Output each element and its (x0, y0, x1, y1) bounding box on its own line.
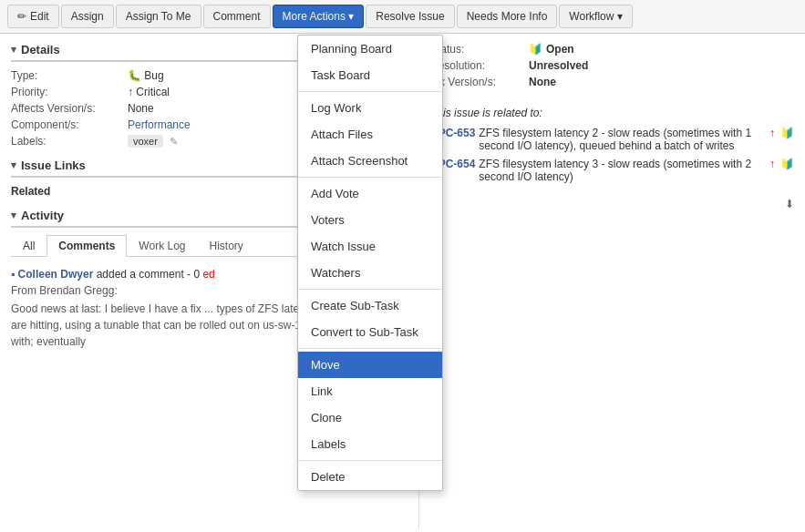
dropdown-item-log-work[interactable]: Log Work (298, 95, 442, 121)
fix-label: Fix Version/s: (430, 76, 521, 88)
priority-label: Priority: (11, 86, 120, 98)
more-actions-button[interactable]: More Actions ▾ (273, 5, 365, 28)
issue-link-text: ZFS filesystem latency 3 - slow reads (s… (479, 158, 762, 183)
tab-history[interactable]: History (198, 235, 255, 256)
label-tag: voxer (128, 135, 163, 148)
dropdown-item-link[interactable]: Link (298, 378, 442, 404)
issue-link-text: ZFS filesystem latency 2 - slow reads (s… (479, 127, 762, 152)
dropdown-divider (298, 348, 442, 349)
details-title: Details (21, 43, 60, 56)
dropdown-divider (298, 289, 442, 290)
dropdown-item-clone[interactable]: Clone (298, 404, 442, 431)
comment-tag: ed (202, 268, 214, 281)
dropdown-divider (298, 460, 442, 461)
tab-all[interactable]: All (11, 235, 46, 256)
assign-to-me-button[interactable]: Assign To Me (116, 5, 201, 28)
dropdown-item-attach-screenshot[interactable]: Attach Screenshot (298, 148, 442, 174)
activity-arrow-icon: ▾ (11, 210, 16, 221)
dropdown-item-create-sub-task[interactable]: Create Sub-Task (298, 292, 442, 319)
activity-right-actions: ⬇ (430, 198, 794, 210)
comment-button[interactable]: Comment (203, 5, 271, 28)
dropdown-item-convert-to-sub-task[interactable]: Convert to Sub-Task (298, 319, 442, 345)
labels-label: Labels: (11, 135, 120, 148)
priority-icon: ↑ (128, 86, 133, 98)
issue-links-arrow-icon: ▾ (11, 159, 16, 171)
comment-author[interactable]: Colleen Dwyer (18, 268, 94, 281)
type-label: Type: (11, 69, 120, 82)
edit-label-icon[interactable]: ✎ (170, 136, 178, 147)
tab-comments[interactable]: Comments (46, 235, 127, 257)
status-icon: 🔰 (780, 127, 794, 139)
dropdown-item-attach-files[interactable]: Attach Files (298, 121, 442, 148)
dropdown-item-watchers[interactable]: Watchers (298, 260, 442, 286)
status-value: 🔰 Open (529, 43, 794, 56)
comment-avatar: ▪ (11, 268, 15, 281)
details-arrow-icon: ▾ (11, 44, 16, 56)
assign-button[interactable]: Assign (61, 5, 114, 28)
dropdown-item-task-board[interactable]: Task Board (298, 62, 442, 88)
dropdown-divider (298, 91, 442, 92)
issue-link-item: UPC-654 ZFS filesystem latency 3 - slow … (430, 158, 794, 183)
related-desc-text: This issue is related to: (430, 107, 542, 119)
dropdown-item-add-vote[interactable]: Add Vote (298, 180, 442, 207)
tab-work-log[interactable]: Work Log (127, 235, 197, 256)
toolbar: ✏ Edit Assign Assign To Me Comment More … (0, 0, 805, 34)
status-label: Status: (430, 43, 521, 56)
comment-action: added a comment - 0 (97, 268, 200, 281)
dropdown-divider (298, 177, 442, 178)
related-description: This issue is related to: (430, 107, 794, 119)
priority-icon: ↑ (769, 127, 775, 139)
fix-value: None (529, 76, 794, 88)
needs-more-info-button[interactable]: Needs More Info (457, 5, 558, 28)
edit-button[interactable]: ✏ Edit (7, 5, 59, 28)
edit-icon: ✏ (17, 10, 26, 23)
activity-title: Activity (21, 209, 64, 222)
issue-links-title: Issue Links (21, 159, 86, 172)
dropdown-item-voters[interactable]: Voters (298, 207, 442, 233)
status-icon: 🔰 (780, 158, 794, 170)
component-label: Component/s: (11, 118, 120, 131)
status-icon: 🔰 (529, 43, 542, 56)
priority-icon: ↑ (769, 158, 775, 170)
issue-links-right: UPC-653 ZFS filesystem latency 2 - slow … (430, 127, 794, 183)
resolution-value: Unresolved (529, 59, 794, 72)
right-details-grid: Status: 🔰 Open Resolution: Unresolved Fi… (430, 43, 794, 88)
resolve-issue-button[interactable]: Resolve Issue (366, 5, 454, 28)
affects-label: Affects Version/s: (11, 102, 120, 115)
dropdown-item-labels[interactable]: Labels (298, 431, 442, 457)
dropdown-item-move[interactable]: Move (298, 352, 442, 378)
right-panel: Status: 🔰 Open Resolution: Unresolved Fi… (419, 34, 805, 529)
workflow-button[interactable]: Workflow ▾ (559, 5, 632, 28)
dropdown-item-delete[interactable]: Delete (298, 464, 442, 490)
dropdown-item-watch-issue[interactable]: Watch Issue (298, 233, 442, 260)
issue-link-item: UPC-653 ZFS filesystem latency 2 - slow … (430, 127, 794, 152)
dropdown-item-planning-board[interactable]: Planning Board (298, 36, 442, 62)
download-icon[interactable]: ⬇ (785, 198, 794, 210)
more-actions-dropdown: Planning BoardTask BoardLog WorkAttach F… (297, 35, 443, 491)
resolution-label: Resolution: (430, 59, 521, 72)
bug-icon: 🐛 (128, 69, 141, 82)
